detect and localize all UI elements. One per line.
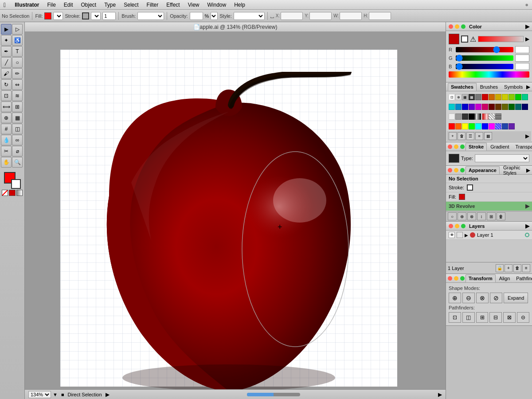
swatch-yellow[interactable] [502,94,508,100]
swatch-vivid-5[interactable] [475,123,481,129]
menu-illustrator[interactable]: Illustrator [11,1,43,9]
swatch-pattern-5[interactable] [509,123,515,129]
g-slider[interactable] [456,55,513,61]
magic-wand-tool[interactable]: ✦ [1,35,12,46]
swatch-list-btn[interactable]: ≡ [475,132,483,140]
stroke-width-input[interactable] [102,12,116,20]
menu-type[interactable]: Type [101,1,119,9]
transform-maximize-btn[interactable] [460,276,465,281]
swatch-grid-btn[interactable]: ▦ [484,132,492,140]
transparency-tab[interactable]: Transparency [512,143,532,150]
unite-btn[interactable]: ⊕ [449,293,461,303]
transform-close-btn[interactable] [448,276,452,281]
swatch-black[interactable] [469,113,475,120]
appearance-tab[interactable]: Appearance [466,166,500,174]
lasso-tool[interactable]: ♿ [12,35,23,46]
opacity-dropdown[interactable] [211,12,218,20]
transform-tab[interactable]: Transform [466,274,496,282]
pathfinder-tab[interactable]: Pathfinder [513,275,532,282]
app-icon-5[interactable]: ⊞ [487,212,496,220]
layers-lockon-btn[interactable]: 🔒 [496,264,504,272]
hand-tool[interactable]: ✋ [1,157,12,168]
expand-button[interactable]: Expand [504,293,528,303]
menu-window[interactable]: Window [204,1,230,9]
w-input[interactable]: 0 px [340,12,362,20]
swatch-dk-blue[interactable] [522,104,528,110]
swatch-red[interactable] [482,94,488,100]
play-icon[interactable]: ▶ [106,391,110,398]
layer-visibility-toggle[interactable]: 👁 [449,232,455,238]
swatch-cyan[interactable] [449,104,455,110]
swatch-del-btn[interactable]: 🗑 [458,132,466,140]
layers-expand-btn[interactable]: ▶ [525,223,529,229]
layers-maximize-btn[interactable] [461,224,466,228]
menu-effect[interactable]: Effect [163,1,183,9]
layers-add-btn[interactable]: + [505,264,512,272]
none-swatch[interactable] [2,190,8,196]
selection-tool[interactable]: ▶ [1,24,12,35]
h-input[interactable]: 0 px [369,12,391,20]
paintbrush-tool[interactable]: 🖌 [1,68,12,79]
color-minimize-btn[interactable] [455,24,459,29]
pen-tool[interactable]: ✒ [1,46,12,57]
swatch-vivid-2[interactable] [455,123,462,129]
swatch-pattern-2[interactable] [495,113,501,120]
layers-del-btn[interactable]: 🗑 [513,264,521,272]
color-close-btn[interactable] [449,24,453,29]
swatch-orange[interactable] [489,94,495,100]
gradient-swatch-mini[interactable] [16,190,23,196]
rotate-tool[interactable]: ↻ [1,79,12,90]
zoom-select[interactable]: 134% [28,391,51,398]
stroke-type-select[interactable] [475,154,529,162]
swatches-panel-expand[interactable]: ▶ [525,133,529,139]
swatch-green[interactable] [515,94,521,100]
layers-close-btn[interactable] [449,224,453,228]
stroke-close-btn[interactable] [448,145,452,149]
minus-back-btn[interactable]: ⊝ [517,312,529,323]
swatch-dk-red[interactable] [489,104,495,110]
scissors-tool[interactable]: ✂ [1,146,12,156]
brush-dropdown[interactable] [137,12,164,20]
b-value-input[interactable]: 0 [515,63,529,70]
outline-btn[interactable]: ⊠ [503,312,516,323]
swatch-grad-1[interactable] [475,113,481,120]
swatch-add-btn[interactable]: + [449,132,457,140]
opacity-input[interactable]: 100 [190,12,203,20]
symbols-tab[interactable]: Symbols [501,83,525,90]
stroke-tab[interactable]: Stroke [466,143,487,151]
layers-menu-btn[interactable]: ≡ [522,264,530,272]
layer-1-item[interactable]: 👁 ▶ Layer 1 [446,231,532,240]
3d-expand-btn[interactable]: ▶ [525,203,529,209]
minus-front-btn[interactable]: ⊖ [462,293,475,303]
appearance-close-btn[interactable] [448,168,452,172]
swatch-lt-gray[interactable] [449,113,455,120]
app-icon-1[interactable]: ○ [448,212,457,220]
swatch-pink[interactable] [482,104,488,110]
swatch-vivid-1[interactable] [449,123,455,129]
swatch-yellow-o[interactable] [495,94,501,100]
swatch-vivid-4[interactable] [469,123,475,129]
color-maximize-btn[interactable] [461,24,466,29]
transform-minimize-btn[interactable] [454,276,458,281]
apple-logo[interactable]:  [4,1,6,8]
appearance-maximize-btn[interactable] [460,168,465,172]
width-tool[interactable]: ⟺ [1,102,12,112]
type-tool[interactable]: T [12,46,23,57]
swatch-icons-row[interactable]: ⊡ [449,94,455,100]
swatch-green-t[interactable] [522,94,528,100]
b-slider[interactable] [456,64,513,69]
knife-tool[interactable]: ⌀ [12,146,23,156]
exclude-btn[interactable]: ⊘ [490,293,502,303]
swatches-tab[interactable]: Swatches [448,83,477,91]
style-dropdown[interactable] [234,12,265,20]
layer-lock-toggle[interactable] [457,232,463,238]
r-value-input[interactable]: 189 [515,46,529,53]
line-tool[interactable]: ╱ [1,57,12,68]
swatch-pattern-4[interactable] [502,123,508,129]
menu-help[interactable]: Help [231,1,249,9]
ellipse-tool[interactable]: ○ [12,57,23,68]
layer-expand-icon[interactable]: ▶ [465,233,468,238]
color-swatch-mini[interactable] [9,190,15,196]
color-spectrum-bar[interactable] [449,71,529,78]
menu-edit[interactable]: Edit [60,1,77,9]
